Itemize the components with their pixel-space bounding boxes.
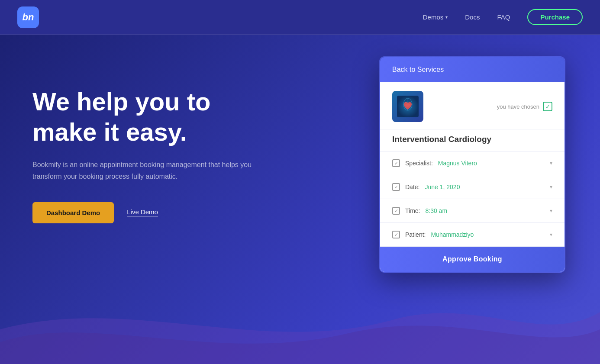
service-image [392, 91, 423, 122]
hero-content: We help you to make it easy. Bookmify is… [32, 87, 266, 223]
purchase-button[interactable]: Purchase [527, 9, 583, 25]
patient-value: Muhammadziyo [431, 231, 474, 238]
chevron-down-icon: ▾ [550, 232, 552, 238]
logo-text: bn [23, 12, 34, 23]
booking-card: Back to Services [379, 56, 565, 273]
faq-link[interactable]: FAQ [497, 13, 510, 21]
hero-section: bn Demos ▾ Docs FAQ Purchase We help you… [0, 0, 600, 364]
patient-label: Patient: [405, 231, 426, 238]
chosen-badge: you have chosen ✓ [497, 102, 552, 111]
service-row: you have chosen ✓ [380, 82, 565, 129]
time-value: 8:30 am [425, 207, 447, 214]
dashboard-demo-button[interactable]: Dashboard Demo [32, 202, 114, 223]
date-value: June 1, 2020 [425, 184, 460, 190]
field-check-icon: ✓ [392, 183, 400, 191]
service-title: Interventional Cardiology [380, 129, 565, 151]
booking-body: you have chosen ✓ Interventional Cardiol… [380, 82, 565, 272]
hero-buttons: Dashboard Demo Live Demo [32, 202, 266, 223]
docs-link[interactable]: Docs [465, 13, 480, 21]
chevron-down-icon: ▾ [550, 160, 552, 166]
chosen-check-icon: ✓ [543, 102, 552, 111]
hero-title: We help you to make it easy. [32, 87, 266, 147]
date-field[interactable]: ✓ Date: June 1, 2020 ▾ [380, 175, 565, 199]
field-check-icon: ✓ [392, 159, 400, 167]
date-label: Date: [405, 184, 419, 190]
hero-description: Bookmify is an online appointment bookin… [32, 159, 266, 182]
nav-links: Demos ▾ Docs FAQ Purchase [423, 9, 583, 25]
live-demo-link[interactable]: Live Demo [127, 208, 158, 217]
time-field[interactable]: ✓ Time: 8:30 am ▾ [380, 199, 565, 223]
specialist-label: Specialist: [405, 160, 433, 167]
cardiology-icon [397, 96, 419, 117]
chevron-down-icon: ▾ [550, 184, 552, 190]
field-check-icon: ✓ [392, 207, 400, 215]
patient-field[interactable]: ✓ Patient: Muhammadziyo ▾ [380, 223, 565, 247]
approve-booking-button[interactable]: Approve Booking [380, 247, 565, 272]
chevron-down-icon: ▾ [550, 208, 552, 214]
specialist-field[interactable]: ✓ Specialist: Magnus Vitero ▾ [380, 151, 565, 175]
navbar: bn Demos ▾ Docs FAQ Purchase [0, 0, 600, 35]
back-to-services-button[interactable]: Back to Services [380, 57, 565, 82]
specialist-value: Magnus Vitero [438, 160, 477, 167]
svg-point-4 [405, 103, 410, 107]
demos-link[interactable]: Demos ▾ [423, 13, 448, 21]
chevron-down-icon: ▾ [445, 15, 448, 19]
field-check-icon: ✓ [392, 231, 400, 238]
time-label: Time: [405, 207, 420, 214]
logo[interactable]: bn [17, 6, 39, 28]
